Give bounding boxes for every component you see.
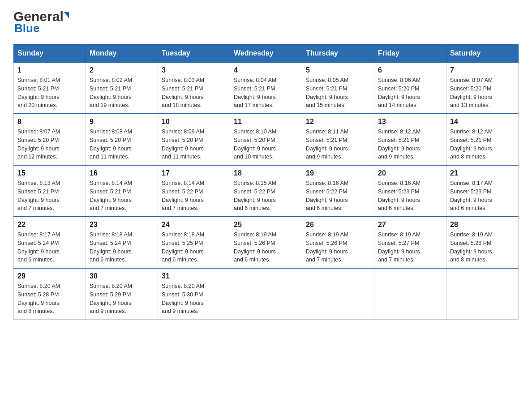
day-number: 31 bbox=[162, 272, 226, 280]
day-info: Sunrise: 8:12 AM Sunset: 5:21 PM Dayligh… bbox=[378, 128, 442, 161]
weekday-header-monday: Monday bbox=[86, 45, 158, 63]
calendar-cell: 9 Sunrise: 8:08 AM Sunset: 5:20 PM Dayli… bbox=[86, 114, 158, 165]
calendar-cell: 29 Sunrise: 8:20 AM Sunset: 5:28 PM Dayl… bbox=[14, 268, 86, 320]
day-info: Sunrise: 8:13 AM Sunset: 5:21 PM Dayligh… bbox=[17, 179, 82, 213]
day-number: 10 bbox=[162, 118, 226, 126]
day-info: Sunrise: 8:14 AM Sunset: 5:21 PM Dayligh… bbox=[90, 179, 154, 213]
day-number: 6 bbox=[378, 66, 442, 74]
calendar-cell: 19 Sunrise: 8:16 AM Sunset: 5:22 PM Dayl… bbox=[302, 165, 374, 217]
calendar-cell: 25 Sunrise: 8:19 AM Sunset: 5:26 PM Dayl… bbox=[230, 217, 302, 268]
day-number: 27 bbox=[378, 221, 442, 229]
day-info: Sunrise: 8:19 AM Sunset: 5:26 PM Dayligh… bbox=[306, 231, 370, 264]
calendar-cell: 4 Sunrise: 8:04 AM Sunset: 5:21 PM Dayli… bbox=[230, 62, 302, 114]
calendar-cell: 8 Sunrise: 8:07 AM Sunset: 5:20 PM Dayli… bbox=[14, 114, 86, 165]
day-info: Sunrise: 8:16 AM Sunset: 5:22 PM Dayligh… bbox=[306, 179, 370, 213]
day-info: Sunrise: 8:07 AM Sunset: 5:20 PM Dayligh… bbox=[450, 76, 515, 110]
day-info: Sunrise: 8:20 AM Sunset: 5:30 PM Dayligh… bbox=[162, 282, 226, 316]
calendar-cell: 30 Sunrise: 8:20 AM Sunset: 5:29 PM Dayl… bbox=[86, 268, 158, 320]
calendar-cell: 24 Sunrise: 8:18 AM Sunset: 5:25 PM Dayl… bbox=[158, 217, 230, 268]
calendar-cell: 31 Sunrise: 8:20 AM Sunset: 5:30 PM Dayl… bbox=[158, 268, 230, 320]
calendar-cell: 21 Sunrise: 8:17 AM Sunset: 5:23 PM Dayl… bbox=[446, 165, 519, 217]
day-number: 21 bbox=[450, 169, 515, 177]
calendar-cell: 5 Sunrise: 8:05 AM Sunset: 5:21 PM Dayli… bbox=[302, 62, 374, 114]
calendar-cell: 13 Sunrise: 8:12 AM Sunset: 5:21 PM Dayl… bbox=[374, 114, 446, 165]
day-info: Sunrise: 8:07 AM Sunset: 5:20 PM Dayligh… bbox=[17, 128, 82, 161]
calendar-cell bbox=[446, 268, 519, 320]
weekday-header-friday: Friday bbox=[374, 45, 446, 63]
calendar-table: SundayMondayTuesdayWednesdayThursdayFrid… bbox=[13, 44, 519, 320]
weekday-header-tuesday: Tuesday bbox=[158, 45, 230, 63]
page-header: General Blue bbox=[13, 9, 519, 35]
weekday-header-row: SundayMondayTuesdayWednesdayThursdayFrid… bbox=[14, 45, 519, 63]
calendar-cell: 23 Sunrise: 8:18 AM Sunset: 5:24 PM Dayl… bbox=[86, 217, 158, 268]
day-info: Sunrise: 8:03 AM Sunset: 5:21 PM Dayligh… bbox=[162, 76, 226, 110]
day-number: 14 bbox=[450, 118, 515, 126]
day-info: Sunrise: 8:09 AM Sunset: 5:20 PM Dayligh… bbox=[162, 128, 226, 161]
calendar-cell: 17 Sunrise: 8:14 AM Sunset: 5:22 PM Dayl… bbox=[158, 165, 230, 217]
weekday-header-wednesday: Wednesday bbox=[230, 45, 302, 63]
day-number: 30 bbox=[90, 272, 154, 280]
week-row-3: 15 Sunrise: 8:13 AM Sunset: 5:21 PM Dayl… bbox=[14, 165, 519, 217]
day-number: 11 bbox=[234, 118, 298, 126]
day-number: 15 bbox=[17, 169, 82, 177]
day-info: Sunrise: 8:10 AM Sunset: 5:20 PM Dayligh… bbox=[234, 128, 298, 161]
calendar-cell: 12 Sunrise: 8:11 AM Sunset: 5:21 PM Dayl… bbox=[302, 114, 374, 165]
day-number: 4 bbox=[234, 66, 298, 74]
day-info: Sunrise: 8:06 AM Sunset: 5:20 PM Dayligh… bbox=[378, 76, 442, 110]
day-number: 26 bbox=[306, 221, 370, 229]
day-number: 29 bbox=[17, 272, 82, 280]
day-number: 1 bbox=[17, 66, 82, 74]
day-number: 3 bbox=[162, 66, 226, 74]
day-number: 22 bbox=[17, 221, 82, 229]
day-info: Sunrise: 8:17 AM Sunset: 5:24 PM Dayligh… bbox=[17, 231, 82, 264]
calendar-cell: 22 Sunrise: 8:17 AM Sunset: 5:24 PM Dayl… bbox=[14, 217, 86, 268]
weekday-header-thursday: Thursday bbox=[302, 45, 374, 63]
calendar-cell: 7 Sunrise: 8:07 AM Sunset: 5:20 PM Dayli… bbox=[446, 62, 519, 114]
day-number: 13 bbox=[378, 118, 442, 126]
day-info: Sunrise: 8:02 AM Sunset: 5:21 PM Dayligh… bbox=[90, 76, 154, 110]
calendar-cell: 11 Sunrise: 8:10 AM Sunset: 5:20 PM Dayl… bbox=[230, 114, 302, 165]
week-row-1: 1 Sunrise: 8:01 AM Sunset: 5:21 PM Dayli… bbox=[14, 62, 519, 114]
calendar-cell: 14 Sunrise: 8:12 AM Sunset: 5:21 PM Dayl… bbox=[446, 114, 519, 165]
day-number: 28 bbox=[450, 221, 515, 229]
weekday-header-sunday: Sunday bbox=[14, 45, 86, 63]
day-number: 17 bbox=[162, 169, 226, 177]
day-info: Sunrise: 8:08 AM Sunset: 5:20 PM Dayligh… bbox=[90, 128, 154, 161]
calendar-cell: 20 Sunrise: 8:16 AM Sunset: 5:23 PM Dayl… bbox=[374, 165, 446, 217]
calendar-cell bbox=[374, 268, 446, 320]
day-info: Sunrise: 8:05 AM Sunset: 5:21 PM Dayligh… bbox=[306, 76, 370, 110]
day-number: 12 bbox=[306, 118, 370, 126]
day-info: Sunrise: 8:19 AM Sunset: 5:28 PM Dayligh… bbox=[450, 231, 515, 264]
calendar-cell: 16 Sunrise: 8:14 AM Sunset: 5:21 PM Dayl… bbox=[86, 165, 158, 217]
calendar-cell: 26 Sunrise: 8:19 AM Sunset: 5:26 PM Dayl… bbox=[302, 217, 374, 268]
calendar-cell: 27 Sunrise: 8:19 AM Sunset: 5:27 PM Dayl… bbox=[374, 217, 446, 268]
calendar-cell bbox=[230, 268, 302, 320]
day-info: Sunrise: 8:18 AM Sunset: 5:25 PM Dayligh… bbox=[162, 231, 226, 264]
day-number: 9 bbox=[90, 118, 154, 126]
calendar-cell: 6 Sunrise: 8:06 AM Sunset: 5:20 PM Dayli… bbox=[374, 62, 446, 114]
day-info: Sunrise: 8:14 AM Sunset: 5:22 PM Dayligh… bbox=[162, 179, 226, 213]
calendar-header: SundayMondayTuesdayWednesdayThursdayFrid… bbox=[14, 45, 519, 63]
calendar-body: 1 Sunrise: 8:01 AM Sunset: 5:21 PM Dayli… bbox=[14, 62, 519, 320]
day-number: 24 bbox=[162, 221, 226, 229]
logo-blue-text: Blue bbox=[13, 21, 39, 35]
day-number: 18 bbox=[234, 169, 298, 177]
day-info: Sunrise: 8:20 AM Sunset: 5:29 PM Dayligh… bbox=[90, 282, 154, 316]
calendar-cell: 28 Sunrise: 8:19 AM Sunset: 5:28 PM Dayl… bbox=[446, 217, 519, 268]
day-number: 23 bbox=[90, 221, 154, 229]
day-info: Sunrise: 8:15 AM Sunset: 5:22 PM Dayligh… bbox=[234, 179, 298, 213]
calendar-cell: 18 Sunrise: 8:15 AM Sunset: 5:22 PM Dayl… bbox=[230, 165, 302, 217]
weekday-header-saturday: Saturday bbox=[446, 45, 519, 63]
day-info: Sunrise: 8:11 AM Sunset: 5:21 PM Dayligh… bbox=[306, 128, 370, 161]
day-info: Sunrise: 8:16 AM Sunset: 5:23 PM Dayligh… bbox=[378, 179, 442, 213]
day-info: Sunrise: 8:19 AM Sunset: 5:27 PM Dayligh… bbox=[378, 231, 442, 264]
day-info: Sunrise: 8:20 AM Sunset: 5:28 PM Dayligh… bbox=[17, 282, 82, 316]
day-info: Sunrise: 8:04 AM Sunset: 5:21 PM Dayligh… bbox=[234, 76, 298, 110]
day-number: 25 bbox=[234, 221, 298, 229]
week-row-2: 8 Sunrise: 8:07 AM Sunset: 5:20 PM Dayli… bbox=[14, 114, 519, 165]
week-row-4: 22 Sunrise: 8:17 AM Sunset: 5:24 PM Dayl… bbox=[14, 217, 519, 268]
day-number: 20 bbox=[378, 169, 442, 177]
calendar-cell: 15 Sunrise: 8:13 AM Sunset: 5:21 PM Dayl… bbox=[14, 165, 86, 217]
day-number: 2 bbox=[90, 66, 154, 74]
calendar-cell: 3 Sunrise: 8:03 AM Sunset: 5:21 PM Dayli… bbox=[158, 62, 230, 114]
